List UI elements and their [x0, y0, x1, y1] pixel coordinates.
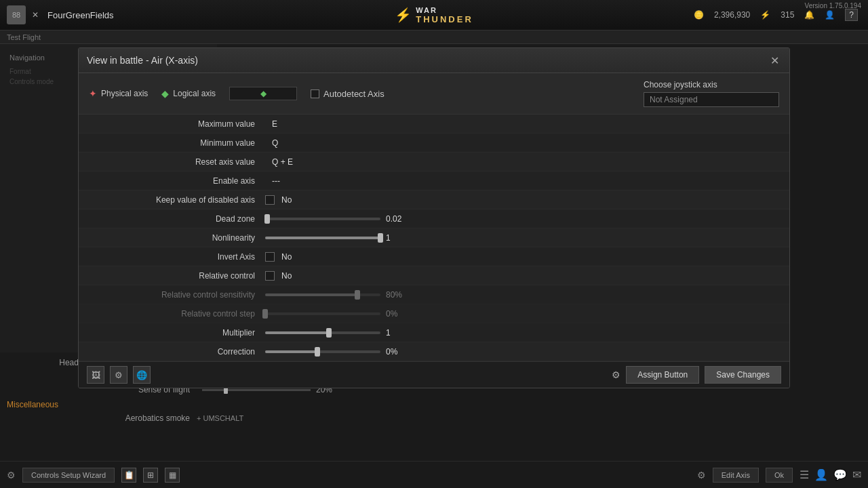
save-changes-button[interactable]: Save Changes: [705, 366, 781, 384]
settings-row-4: Keep value of disabled axisNo: [79, 190, 789, 209]
settings-slider-thumb-6[interactable]: [378, 233, 383, 243]
status-user-icon[interactable]: 👤: [814, 468, 828, 481]
settings-label-2: Reset axis value: [89, 157, 265, 167]
settings-slidervalue-10: 0%: [386, 309, 410, 319]
secondary-bar-text: Test Flight: [7, 33, 41, 41]
logical-axis-label: Logical axis: [173, 89, 216, 98]
settings-label-11: Multiplier: [89, 328, 265, 338]
settings-label-10: Relative control step: [89, 309, 265, 319]
settings-cbvalue-8: No: [281, 271, 292, 281]
settings-label-1: Minimum value: [89, 138, 265, 148]
settings-slidervalue-5: 0.02: [386, 214, 410, 224]
joystick-title: Choose joystick axis: [644, 80, 717, 89]
settings-slidervalue-9: 80%: [386, 290, 410, 300]
settings-value-0[interactable]: E: [272, 119, 277, 129]
settings-slider-track-12[interactable]: [265, 350, 380, 353]
autodetect-area[interactable]: Autodetect Axis: [311, 89, 384, 99]
settings-slider-container-5: 0.02: [265, 214, 779, 224]
logo-bolt-icon: ⚡: [395, 7, 412, 23]
settings-label-4: Keep value of disabled axis: [89, 195, 265, 205]
currency1-value: 2,396,930: [714, 10, 750, 20]
dialog-title-bar: View in battle - Air (X-axis) ✕: [79, 48, 789, 73]
status-list-icon[interactable]: ☰: [800, 468, 809, 481]
physical-axis-option[interactable]: ✦ Physical axis: [89, 88, 148, 99]
status-gear-icon: ⚙: [697, 470, 706, 481]
settings-slider-track-9[interactable]: [265, 293, 380, 296]
settings-row-1: Minimum valueQ: [79, 134, 789, 152]
settings-cbvalue-7: No: [281, 252, 292, 262]
settings-label-5: Dead zone: [89, 214, 265, 224]
edit-axis-button[interactable]: Edit Axis: [713, 468, 759, 483]
autodetect-checkbox[interactable]: [311, 89, 319, 98]
assign-button[interactable]: Assign Button: [626, 366, 699, 384]
settings-row-0: Maximum valueE: [79, 115, 789, 134]
settings-slider-fill-12: [265, 350, 317, 353]
settings-slider-track-10[interactable]: [265, 312, 380, 315]
settings-row-6: Nonlinearity1: [79, 228, 789, 247]
settings-slider-track-11[interactable]: [265, 331, 380, 334]
settings-label-6: Nonlinearity: [89, 233, 265, 243]
axis-indicator: ◆: [260, 89, 267, 98]
war-thunder-logo: ⚡ WAR THUNDER: [395, 6, 473, 24]
autodetect-label: Autodetect Axis: [323, 89, 384, 99]
below-row-aerobatics: Aerobatics smoke + UMSCHALT: [0, 411, 868, 425]
settings-slider-thumb-5[interactable]: [264, 214, 270, 224]
wizard-button[interactable]: Controls Setup Wizard: [22, 468, 115, 483]
settings-value-3[interactable]: ---: [272, 176, 280, 186]
ok-button[interactable]: Ok: [766, 468, 793, 483]
logical-axis-option[interactable]: ◆ Logical axis: [161, 88, 216, 99]
settings-slider-fill-9: [265, 293, 357, 296]
settings-slider-container-12: 0%: [265, 347, 779, 357]
settings-slider-thumb-12[interactable]: [315, 347, 320, 357]
sense-slider-track[interactable]: [202, 389, 311, 391]
toolbar-icon-globe[interactable]: 🌐: [133, 366, 151, 384]
joystick-area: Choose joystick axis Not Assigned: [644, 80, 779, 107]
axis-visual: ◆: [229, 87, 297, 100]
settings-slider-fill-11: [265, 331, 329, 334]
settings-slidervalue-6: 1: [386, 233, 410, 243]
settings-slider-container-10: 0%: [265, 309, 779, 319]
status-bar: ⚙ Controls Setup Wizard 📋 ⊞ ▦ ⚙ Edit Axi…: [0, 461, 868, 488]
dialog-wrapper: View in battle - Air (X-axis) ✕ ✦ Physic…: [78, 47, 790, 388]
dialog-close-button[interactable]: ✕: [768, 54, 781, 67]
dialog: View in battle - Air (X-axis) ✕ ✦ Physic…: [78, 47, 790, 388]
status-mail-icon[interactable]: ✉: [852, 468, 861, 481]
below-keys-aerobatics: + UMSCHALT: [197, 414, 243, 422]
status-chat-icon[interactable]: 💬: [833, 468, 847, 481]
settings-value-1[interactable]: Q: [272, 138, 278, 148]
settings-slidervalue-11: 1: [386, 328, 410, 338]
settings-slider-thumb-10[interactable]: [262, 309, 268, 319]
bottom-toolbar: 🖼 ⚙ 🌐 ⚙ Assign Button Save Changes: [79, 361, 789, 388]
toolbar-icon-settings[interactable]: ⚙: [110, 366, 127, 384]
toolbar-icon-screenshot[interactable]: 🖼: [87, 366, 104, 384]
settings-checkbox-8[interactable]: [265, 271, 275, 281]
dialog-title: View in battle - Air (X-axis): [87, 55, 198, 66]
help-button[interactable]: ?: [845, 9, 858, 21]
tab-name: FourGreenFields: [47, 10, 114, 20]
top-bar: 88 ✕ FourGreenFields ⚡ WAR THUNDER 🪙 2,3…: [0, 0, 868, 30]
settings-slider-container-11: 1: [265, 328, 779, 338]
settings-slider-track-6[interactable]: [265, 237, 380, 239]
settings-slider-track-5[interactable]: [265, 218, 380, 220]
settings-value-2[interactable]: Q + E: [272, 157, 293, 167]
below-label-aerobatics: Aerobatics smoke: [7, 413, 197, 423]
settings-label-0: Maximum value: [89, 119, 265, 129]
settings-checkbox-7[interactable]: [265, 252, 275, 262]
status-copy-icon[interactable]: 📋: [121, 468, 136, 483]
currency2-icon: ⚡: [760, 10, 770, 20]
joystick-value[interactable]: Not Assigned: [644, 92, 779, 107]
status-grid-icon[interactable]: ⊞: [143, 468, 158, 483]
settings-cbvalue-4: No: [281, 195, 292, 205]
status-table-icon[interactable]: ▦: [165, 468, 180, 483]
settings-slider-container-6: 1: [265, 233, 779, 243]
assign-icon: ⚙: [612, 369, 620, 380]
settings-slider-thumb-9[interactable]: [355, 290, 360, 300]
settings-label-8: Relative control: [89, 271, 265, 281]
settings-slider-thumb-11[interactable]: [326, 328, 332, 338]
settings-checkbox-4[interactable]: [265, 195, 275, 205]
top-bar-right: 🪙 2,396,930 ⚡ 315 🔔 👤 ?: [694, 9, 868, 21]
close-tab-button[interactable]: ✕: [29, 9, 41, 21]
physical-axis-icon: ✦: [89, 88, 97, 99]
wizard-icon: ⚙: [7, 470, 16, 481]
notification-icon: 🔔: [804, 10, 814, 20]
